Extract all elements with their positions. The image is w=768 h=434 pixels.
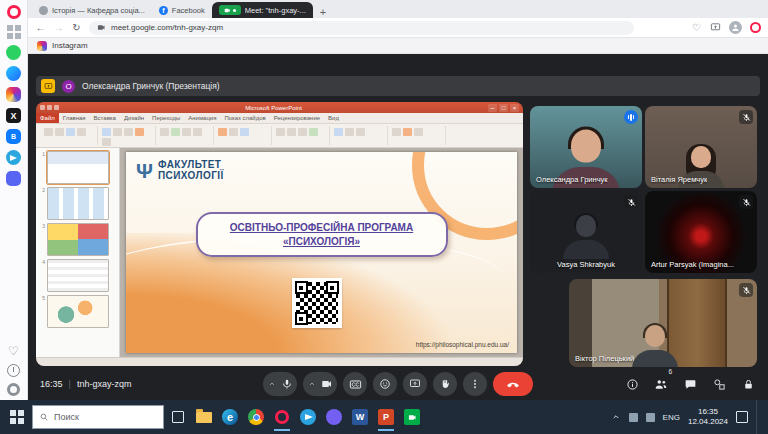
ribbon-group	[330, 126, 388, 145]
participant-tile[interactable]: Віктор Пілецький	[569, 279, 757, 367]
settings-icon[interactable]	[7, 383, 20, 396]
host-controls-button[interactable]	[740, 376, 756, 392]
current-slide: Ψ ФАКУЛЬТЕТ ПСИХОЛОГІЇ ОСВІТНЬО-ПРОФЕСІЙ…	[126, 152, 517, 353]
slide-number: 4	[40, 259, 45, 292]
tray-chevron-up-icon[interactable]	[611, 412, 621, 422]
ppt-tab-file[interactable]: Файл	[36, 113, 59, 123]
ppt-tab-view[interactable]: Вид	[324, 115, 343, 121]
opera-logo-icon[interactable]	[6, 4, 21, 19]
ppt-tab-design[interactable]: Дизайн	[120, 115, 148, 121]
captions-button[interactable]	[343, 372, 367, 396]
back-button[interactable]	[35, 22, 46, 33]
slide-thumbnail-row[interactable]: 4	[40, 259, 116, 292]
presenter-avatar: О	[62, 80, 75, 93]
task-view-button[interactable]	[166, 403, 190, 431]
taskbar-app-explorer[interactable]	[192, 403, 216, 431]
ppt-tab-review[interactable]: Рецензирование	[270, 115, 324, 121]
slide-thumbnail[interactable]	[47, 223, 109, 256]
taskbar-app-chrome[interactable]	[244, 403, 268, 431]
slide-thumbnail-row[interactable]: 5	[40, 295, 116, 328]
mic-options-chevron[interactable]	[267, 380, 276, 388]
profile-avatar[interactable]	[729, 21, 742, 34]
ribbon-group	[98, 126, 156, 145]
taskbar-app-opera[interactable]	[270, 403, 294, 431]
ppt-close-button[interactable]	[510, 104, 519, 112]
discord-icon[interactable]	[6, 171, 21, 186]
clock-date: 12.04.2024	[688, 417, 728, 427]
participant-tile[interactable]: Artur Parsyak (Imagina...	[645, 191, 757, 273]
meeting-details-button[interactable]	[624, 376, 640, 392]
ppt-slide-panel: 1 2 3 4 5	[36, 148, 120, 357]
slide-thumbnail-row[interactable]: 2	[40, 187, 116, 220]
x-icon[interactable]	[6, 108, 21, 123]
slide-number: 1	[40, 151, 45, 184]
history-icon[interactable]	[7, 364, 20, 377]
taskbar-app-viber[interactable]	[322, 403, 346, 431]
mic-off-icon	[739, 195, 753, 209]
participant-tile[interactable]: Олександра Гринчук	[530, 106, 642, 188]
slide-title-box: ОСВІТНЬО-ПРОФЕСІЙНА ПРОГРАМА «ПСИХОЛОГІЯ…	[196, 212, 448, 257]
reload-button[interactable]	[71, 22, 82, 33]
camera-button[interactable]	[316, 372, 337, 396]
messenger-icon[interactable]	[6, 66, 21, 81]
tab-meet-active[interactable]: Meet: "tnh-gxay-...	[212, 2, 313, 18]
taskbar-clock[interactable]: 16:35 12.04.2024	[688, 407, 728, 428]
taskbar-app-meet[interactable]	[400, 403, 424, 431]
taskbar-app-powerpoint[interactable]	[374, 403, 398, 431]
speed-dial-icon[interactable]	[7, 25, 21, 39]
participant-name: Олександра Гринчук	[536, 175, 608, 184]
taskbar-app-telegram[interactable]	[296, 403, 320, 431]
participant-tile[interactable]: Віталія Яремчук	[645, 106, 757, 188]
camera-options-chevron[interactable]	[307, 380, 316, 388]
show-desktop-button[interactable]	[756, 400, 760, 434]
participant-tile[interactable]: Vasya Shkrabyuk	[530, 191, 642, 273]
slide-thumbnail[interactable]	[47, 151, 109, 184]
instagram-panel-icon[interactable]	[37, 41, 47, 51]
ppt-minimize-button[interactable]	[488, 104, 497, 112]
slide-thumbnail[interactable]	[47, 259, 109, 292]
slide-thumbnail-row[interactable]: 1	[40, 151, 116, 184]
bookmark-heart-icon[interactable]	[691, 22, 702, 33]
forward-button[interactable]	[53, 22, 64, 33]
snapshot-icon[interactable]	[710, 22, 721, 33]
chat-button[interactable]	[682, 376, 698, 392]
ppt-quick-access[interactable]	[40, 105, 59, 110]
language-indicator[interactable]: ENG	[663, 413, 680, 422]
reactions-button[interactable]	[373, 372, 397, 396]
activities-button[interactable]	[711, 376, 727, 392]
action-center-icon[interactable]	[736, 411, 748, 423]
opera-menu-button[interactable]	[750, 22, 761, 33]
slide-thumbnail[interactable]	[47, 295, 109, 328]
ppt-tab-insert[interactable]: Вставка	[90, 115, 120, 121]
url-field[interactable]: meet.google.com/tnh-gxay-zqm	[89, 21, 634, 35]
leave-call-button[interactable]	[493, 372, 533, 396]
ppt-tab-animation[interactable]: Анимация	[184, 115, 220, 121]
present-button[interactable]	[403, 372, 427, 396]
tab-facebook[interactable]: Facebook	[152, 2, 212, 18]
taskbar-app-word[interactable]	[348, 403, 372, 431]
tray-icon[interactable]	[646, 413, 655, 422]
raise-hand-button[interactable]	[433, 372, 457, 396]
taskbar-search-box[interactable]: Поиск	[32, 405, 164, 429]
mic-button[interactable]	[276, 372, 297, 396]
ppt-tab-home[interactable]: Главная	[59, 115, 90, 121]
whatsapp-icon[interactable]	[6, 45, 21, 60]
telegram-icon[interactable]	[6, 150, 21, 165]
people-button[interactable]: 6	[653, 376, 669, 392]
ppt-tab-transitions[interactable]: Переходы	[148, 115, 184, 121]
tab-history-page[interactable]: Історія — Кафедра соціа...	[32, 2, 152, 18]
ppt-tab-slideshow[interactable]: Показ слайдов	[220, 115, 269, 121]
bookmarks-heart-icon[interactable]	[6, 343, 21, 358]
instagram-icon[interactable]	[6, 87, 21, 102]
ppt-maximize-button[interactable]	[499, 104, 508, 112]
more-options-button[interactable]	[463, 372, 487, 396]
slide-thumbnail-row[interactable]: 3	[40, 223, 116, 256]
taskbar-app-edge[interactable]	[218, 403, 242, 431]
new-tab-button[interactable]	[313, 6, 333, 18]
vk-icon[interactable]	[6, 129, 21, 144]
tray-icon[interactable]	[629, 413, 638, 422]
slide-thumbnail[interactable]	[47, 187, 109, 220]
shared-screen[interactable]: Microsoft PowerPoint Файл Главная Вставк…	[36, 102, 523, 366]
mic-control	[263, 372, 297, 396]
start-button[interactable]	[4, 403, 30, 431]
